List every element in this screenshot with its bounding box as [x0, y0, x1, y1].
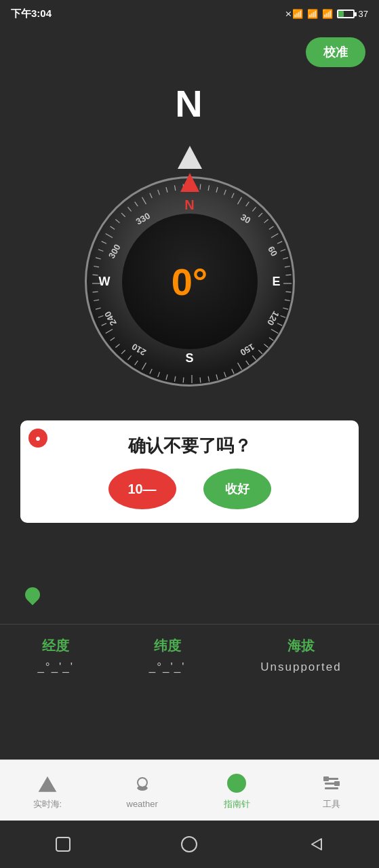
altitude-item: 海拔 Unsupported [260, 637, 341, 674]
tick-240: 240 [102, 309, 118, 327]
nav-label-tools: 工具 [323, 798, 340, 810]
svg-line-6 [237, 197, 241, 204]
tick-150: 150 [239, 342, 256, 358]
compass-inner-circle: 0° [122, 214, 258, 349]
system-home-button[interactable] [180, 835, 199, 854]
svg-line-4 [224, 190, 226, 195]
nav-icon-tools [319, 771, 344, 795]
svg-line-16 [284, 266, 290, 267]
svg-line-10 [264, 220, 268, 223]
svg-line-44 [127, 355, 131, 359]
status-right: ⨯📶 📶 📶 37 [285, 9, 368, 19]
tick-330: 330 [134, 211, 151, 227]
svg-line-69 [165, 187, 167, 193]
svg-line-39 [165, 374, 167, 380]
system-recents-button[interactable] [54, 835, 73, 854]
svg-line-66 [142, 197, 146, 204]
svg-line-31 [231, 369, 233, 374]
compass-north-label: N [184, 197, 194, 213]
svg-line-51 [96, 308, 101, 309]
nav-item-tools[interactable]: 工具 [284, 771, 379, 810]
svg-rect-84 [56, 837, 70, 851]
compass-east-label: E [272, 275, 280, 289]
nav-icon-weather [130, 772, 155, 796]
svg-line-49 [101, 323, 106, 326]
svg-line-12 [271, 234, 277, 238]
svg-line-26 [264, 344, 268, 347]
svg-line-11 [268, 226, 273, 230]
signal-icon: 📶 [307, 9, 318, 19]
svg-point-85 [182, 837, 197, 852]
svg-line-21 [283, 308, 288, 309]
svg-line-63 [121, 213, 125, 217]
svg-line-22 [280, 316, 285, 318]
svg-line-57 [96, 258, 101, 259]
svg-line-41 [149, 369, 151, 374]
popup-green-button[interactable]: 收好 [203, 469, 271, 509]
svg-line-19 [285, 292, 291, 292]
tick-210: 210 [129, 342, 147, 358]
popup-card: ● 确认不要了吗？ 10— 收好 [20, 420, 359, 523]
north-direction-label: N [175, 81, 203, 125]
latitude-value: _°_'_' [149, 660, 186, 674]
tick-120: 120 [265, 309, 281, 327]
nav-label-compass: 指南针 [224, 798, 250, 810]
bluetooth-icon: ⨯📶 [285, 9, 303, 19]
svg-rect-82 [323, 776, 329, 781]
svg-point-77 [234, 781, 239, 786]
svg-line-70 [174, 185, 175, 191]
longitude-label: 经度 [42, 637, 69, 655]
svg-line-17 [285, 275, 291, 275]
svg-line-68 [157, 190, 159, 195]
svg-line-15 [283, 258, 288, 259]
svg-line-55 [92, 275, 98, 275]
longitude-value: _°_'_' [37, 660, 74, 674]
svg-marker-86 [312, 839, 321, 850]
svg-line-46 [115, 344, 119, 347]
svg-line-43 [134, 361, 138, 366]
svg-line-67 [149, 193, 151, 198]
latitude-item: 纬度 _°_'_' [149, 637, 186, 674]
location-pin [20, 585, 45, 609]
svg-line-34 [208, 376, 209, 382]
nav-icon-realtime [35, 771, 60, 795]
svg-line-20 [284, 300, 290, 300]
nav-item-weather[interactable]: weather [95, 772, 190, 809]
svg-line-25 [268, 338, 273, 341]
nav-item-compass[interactable]: 指南针 [190, 771, 285, 810]
svg-line-9 [258, 213, 262, 217]
status-bar: 下午3:04 ⨯📶 📶 📶 37 [0, 0, 379, 27]
svg-line-14 [280, 250, 285, 252]
popup-app-icon: ● [28, 429, 47, 448]
svg-line-28 [252, 355, 256, 359]
compass-outer-ring: 330 0° N S W E 330 30 300 60 240 120 210… [85, 176, 295, 387]
tick-60: 60 [266, 244, 279, 258]
svg-rect-81 [325, 787, 338, 789]
pin-circle-icon [22, 584, 43, 605]
svg-line-56 [94, 266, 99, 267]
svg-line-29 [245, 361, 249, 366]
svg-line-2 [208, 185, 209, 191]
svg-line-32 [224, 372, 226, 378]
nav-label-realtime: 实时海: [33, 798, 62, 810]
battery-text: 37 [359, 9, 368, 19]
bottom-nav: 实时海: weather 指南针 [0, 760, 379, 821]
compass-west-label: W [99, 275, 111, 289]
svg-line-30 [237, 363, 241, 370]
svg-line-61 [110, 226, 115, 230]
calibrate-button[interactable]: 校准 [306, 37, 365, 67]
svg-line-35 [200, 377, 201, 382]
longitude-item: 经度 _°_'_' [37, 637, 74, 674]
nav-icon-compass [224, 771, 249, 795]
svg-line-7 [245, 202, 249, 207]
svg-line-45 [121, 350, 125, 354]
nav-label-weather: weather [127, 799, 158, 809]
degree-display: 0° [172, 260, 208, 304]
svg-line-8 [252, 207, 256, 211]
popup-red-button[interactable]: 10— [108, 469, 176, 509]
svg-point-75 [138, 778, 147, 787]
svg-line-13 [277, 241, 281, 243]
svg-line-64 [127, 207, 131, 211]
nav-item-realtime[interactable]: 实时海: [0, 771, 95, 810]
system-back-button[interactable] [306, 835, 325, 854]
